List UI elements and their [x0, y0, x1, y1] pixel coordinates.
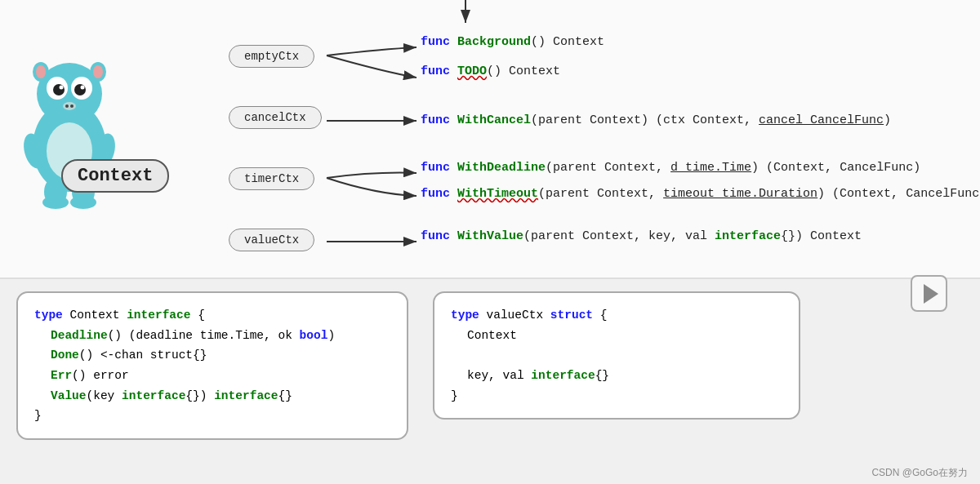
- context-bubble: Context: [61, 159, 169, 193]
- func-withcancel: func WithCancel(parent Context) (ctx Con…: [421, 113, 891, 127]
- credit-text: CSDN @GoGo在努力: [871, 466, 968, 480]
- func-todo: func TODO() Context: [421, 64, 560, 78]
- context-label: Context: [78, 166, 153, 186]
- code-line-1: type Context interface {: [34, 305, 390, 326]
- bottom-section: type Context interface { Deadline() (dea…: [0, 278, 980, 484]
- node-timerCtx: timerCtx: [229, 167, 314, 190]
- main-container: Context emptyCtx cancelCtx timerCtx valu…: [0, 0, 980, 484]
- node-emptyCtx: emptyCtx: [229, 45, 314, 68]
- diagram-area: Context emptyCtx cancelCtx timerCtx valu…: [0, 0, 980, 278]
- code-line-r1: type valueCtx struct {: [451, 305, 782, 326]
- func-withvalue: func WithValue(parent Context, key, val …: [421, 229, 862, 243]
- code-line-3: Done() <-chan struct{}: [34, 345, 390, 366]
- func-withdeadline: func WithDeadline(parent Context, d time…: [421, 160, 920, 175]
- play-icon: [924, 284, 938, 304]
- svg-point-26: [70, 196, 96, 209]
- node-cancelCtx: cancelCtx: [229, 106, 322, 129]
- svg-point-13: [63, 102, 76, 110]
- func-background: func Background() Context: [421, 34, 604, 49]
- node-valueCtx: valueCtx: [229, 229, 314, 251]
- svg-point-19: [93, 65, 103, 78]
- code-box-valuectx-struct: type valueCtx struct { Context key, val …: [433, 291, 800, 420]
- svg-point-18: [36, 65, 46, 78]
- code-line-r2: Context: [451, 326, 782, 346]
- func-withtimeout: func WithTimeout(parent Context, timeout…: [421, 186, 980, 201]
- svg-point-15: [70, 104, 74, 108]
- code-line-r4: key, val interface{}: [451, 366, 782, 386]
- svg-point-12: [81, 86, 85, 90]
- play-button[interactable]: [911, 275, 947, 312]
- svg-point-10: [74, 84, 86, 95]
- code-box-context-interface: type Context interface { Deadline() (dea…: [16, 291, 408, 440]
- svg-point-25: [42, 196, 69, 209]
- code-line-6: }: [34, 406, 390, 426]
- svg-point-9: [53, 84, 65, 95]
- code-line-r5: }: [451, 386, 782, 406]
- code-line-2: Deadline() (deadline time.Time, ok bool): [34, 326, 390, 346]
- svg-point-11: [60, 86, 64, 90]
- code-line-r3: [451, 345, 782, 366]
- code-line-5: Value(key interface{}) interface{}: [34, 386, 390, 406]
- svg-point-14: [65, 104, 69, 108]
- code-line-4: Err() error: [34, 366, 390, 386]
